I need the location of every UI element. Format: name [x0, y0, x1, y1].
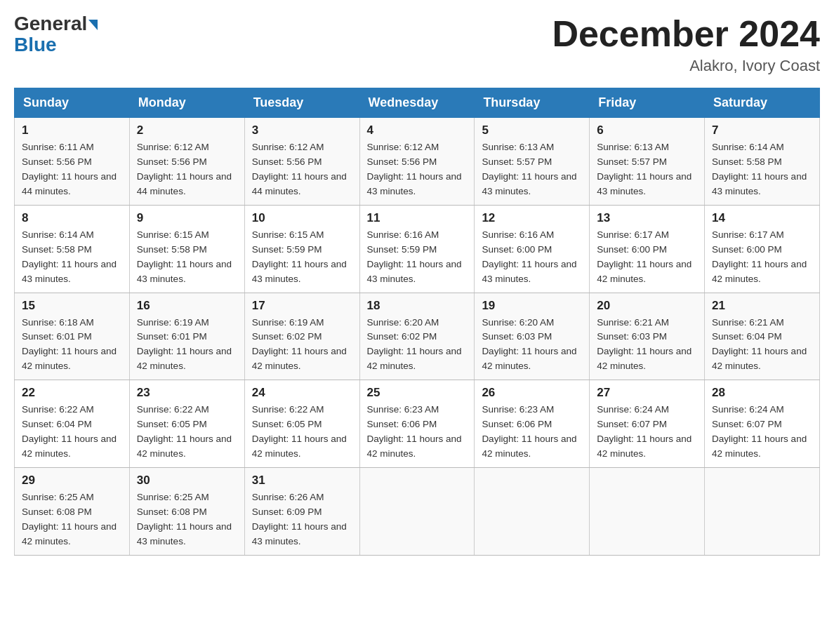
day-number: 5	[482, 123, 582, 137]
day-info: Sunrise: 6:12 AMSunset: 5:56 PMDaylight:…	[252, 140, 352, 199]
calendar-cell: 27Sunrise: 6:24 AMSunset: 6:07 PMDayligh…	[590, 380, 705, 468]
calendar-cell: 2Sunrise: 6:12 AMSunset: 5:56 PMDaylight…	[129, 118, 244, 206]
page-header: General Blue December 2024 Alakro, Ivory…	[14, 14, 820, 75]
day-info: Sunrise: 6:25 AMSunset: 6:08 PMDaylight:…	[137, 490, 237, 549]
day-number: 19	[482, 299, 582, 313]
calendar-cell: 29Sunrise: 6:25 AMSunset: 6:08 PMDayligh…	[15, 467, 130, 555]
day-info: Sunrise: 6:15 AMSunset: 5:58 PMDaylight:…	[137, 228, 237, 287]
weekday-header-sunday: Sunday	[15, 88, 130, 118]
day-info: Sunrise: 6:21 AMSunset: 6:03 PMDaylight:…	[597, 316, 697, 375]
day-info: Sunrise: 6:17 AMSunset: 6:00 PMDaylight:…	[597, 228, 697, 287]
calendar-cell: 25Sunrise: 6:23 AMSunset: 6:06 PMDayligh…	[359, 380, 475, 468]
calendar-week-row: 1Sunrise: 6:11 AMSunset: 5:56 PMDaylight…	[15, 118, 820, 206]
month-title: December 2024	[552, 14, 820, 54]
day-number: 16	[137, 299, 237, 313]
calendar-cell: 20Sunrise: 6:21 AMSunset: 6:03 PMDayligh…	[590, 293, 705, 380]
weekday-header-saturday: Saturday	[705, 88, 820, 118]
calendar-cell: 11Sunrise: 6:16 AMSunset: 5:59 PMDayligh…	[359, 205, 475, 293]
day-info: Sunrise: 6:23 AMSunset: 6:06 PMDaylight:…	[367, 403, 468, 462]
day-info: Sunrise: 6:12 AMSunset: 5:56 PMDaylight:…	[367, 140, 468, 199]
day-number: 15	[22, 299, 122, 313]
weekday-header-thursday: Thursday	[475, 88, 590, 118]
day-number: 9	[137, 211, 237, 225]
day-info: Sunrise: 6:24 AMSunset: 6:07 PMDaylight:…	[597, 403, 697, 462]
calendar-cell: 10Sunrise: 6:15 AMSunset: 5:59 PMDayligh…	[244, 205, 359, 293]
day-number: 12	[482, 211, 582, 225]
weekday-header-monday: Monday	[129, 88, 244, 118]
calendar-cell: 4Sunrise: 6:12 AMSunset: 5:56 PMDaylight…	[359, 118, 475, 206]
calendar-cell: 19Sunrise: 6:20 AMSunset: 6:03 PMDayligh…	[475, 293, 590, 380]
calendar-cell: 5Sunrise: 6:13 AMSunset: 5:57 PMDaylight…	[475, 118, 590, 206]
day-info: Sunrise: 6:20 AMSunset: 6:03 PMDaylight:…	[482, 316, 582, 375]
calendar-week-row: 29Sunrise: 6:25 AMSunset: 6:08 PMDayligh…	[15, 467, 820, 555]
calendar-cell: 23Sunrise: 6:22 AMSunset: 6:05 PMDayligh…	[129, 380, 244, 468]
calendar-cell: 18Sunrise: 6:20 AMSunset: 6:02 PMDayligh…	[359, 293, 475, 380]
day-number: 25	[367, 386, 468, 400]
day-info: Sunrise: 6:13 AMSunset: 5:57 PMDaylight:…	[597, 140, 697, 199]
day-number: 14	[712, 211, 812, 225]
calendar-cell: 22Sunrise: 6:22 AMSunset: 6:04 PMDayligh…	[15, 380, 130, 468]
day-number: 28	[712, 386, 812, 400]
day-number: 3	[252, 123, 352, 137]
day-number: 29	[22, 474, 122, 488]
title-block: December 2024 Alakro, Ivory Coast	[552, 14, 820, 75]
location-title: Alakro, Ivory Coast	[552, 57, 820, 75]
day-number: 23	[137, 386, 237, 400]
calendar-cell: 21Sunrise: 6:21 AMSunset: 6:04 PMDayligh…	[705, 293, 820, 380]
calendar-cell: 24Sunrise: 6:22 AMSunset: 6:05 PMDayligh…	[244, 380, 359, 468]
calendar-cell: 8Sunrise: 6:14 AMSunset: 5:58 PMDaylight…	[15, 205, 130, 293]
day-number: 30	[137, 474, 237, 488]
day-info: Sunrise: 6:13 AMSunset: 5:57 PMDaylight:…	[482, 140, 582, 199]
day-info: Sunrise: 6:23 AMSunset: 6:06 PMDaylight:…	[482, 403, 582, 462]
weekday-header-row: SundayMondayTuesdayWednesdayThursdayFrid…	[15, 88, 820, 118]
day-number: 2	[137, 123, 237, 137]
day-info: Sunrise: 6:14 AMSunset: 5:58 PMDaylight:…	[712, 140, 812, 199]
day-number: 17	[252, 299, 352, 313]
day-info: Sunrise: 6:24 AMSunset: 6:07 PMDaylight:…	[712, 403, 812, 462]
day-info: Sunrise: 6:20 AMSunset: 6:02 PMDaylight:…	[367, 316, 468, 375]
day-info: Sunrise: 6:11 AMSunset: 5:56 PMDaylight:…	[22, 140, 122, 199]
logo-blue: Blue	[14, 34, 57, 55]
weekday-header-wednesday: Wednesday	[359, 88, 475, 118]
calendar-cell: 16Sunrise: 6:19 AMSunset: 6:01 PMDayligh…	[129, 293, 244, 380]
day-number: 21	[712, 299, 812, 313]
day-number: 7	[712, 123, 812, 137]
calendar-cell: 30Sunrise: 6:25 AMSunset: 6:08 PMDayligh…	[129, 467, 244, 555]
calendar-week-row: 8Sunrise: 6:14 AMSunset: 5:58 PMDaylight…	[15, 205, 820, 293]
calendar-cell: 15Sunrise: 6:18 AMSunset: 6:01 PMDayligh…	[15, 293, 130, 380]
calendar-cell	[590, 467, 705, 555]
calendar-cell: 6Sunrise: 6:13 AMSunset: 5:57 PMDaylight…	[590, 118, 705, 206]
day-info: Sunrise: 6:26 AMSunset: 6:09 PMDaylight:…	[252, 490, 352, 549]
day-info: Sunrise: 6:17 AMSunset: 6:00 PMDaylight:…	[712, 228, 812, 287]
calendar-table: SundayMondayTuesdayWednesdayThursdayFrid…	[14, 88, 820, 555]
day-info: Sunrise: 6:21 AMSunset: 6:04 PMDaylight:…	[712, 316, 812, 375]
calendar-cell: 3Sunrise: 6:12 AMSunset: 5:56 PMDaylight…	[244, 118, 359, 206]
calendar-cell	[705, 467, 820, 555]
calendar-cell: 9Sunrise: 6:15 AMSunset: 5:58 PMDaylight…	[129, 205, 244, 293]
calendar-cell: 17Sunrise: 6:19 AMSunset: 6:02 PMDayligh…	[244, 293, 359, 380]
calendar-cell: 28Sunrise: 6:24 AMSunset: 6:07 PMDayligh…	[705, 380, 820, 468]
weekday-header-friday: Friday	[590, 88, 705, 118]
day-info: Sunrise: 6:25 AMSunset: 6:08 PMDaylight:…	[22, 490, 122, 549]
day-number: 22	[22, 386, 122, 400]
calendar-cell: 26Sunrise: 6:23 AMSunset: 6:06 PMDayligh…	[475, 380, 590, 468]
day-number: 6	[597, 123, 697, 137]
day-number: 10	[252, 211, 352, 225]
day-info: Sunrise: 6:12 AMSunset: 5:56 PMDaylight:…	[137, 140, 237, 199]
day-info: Sunrise: 6:22 AMSunset: 6:05 PMDaylight:…	[252, 403, 352, 462]
day-info: Sunrise: 6:22 AMSunset: 6:04 PMDaylight:…	[22, 403, 122, 462]
calendar-cell: 13Sunrise: 6:17 AMSunset: 6:00 PMDayligh…	[590, 205, 705, 293]
day-number: 27	[597, 386, 697, 400]
day-number: 1	[22, 123, 122, 137]
day-info: Sunrise: 6:22 AMSunset: 6:05 PMDaylight:…	[137, 403, 237, 462]
calendar-cell: 31Sunrise: 6:26 AMSunset: 6:09 PMDayligh…	[244, 467, 359, 555]
day-number: 13	[597, 211, 697, 225]
calendar-cell	[475, 467, 590, 555]
calendar-week-row: 22Sunrise: 6:22 AMSunset: 6:04 PMDayligh…	[15, 380, 820, 468]
day-number: 8	[22, 211, 122, 225]
calendar-cell: 7Sunrise: 6:14 AMSunset: 5:58 PMDaylight…	[705, 118, 820, 206]
calendar-cell: 1Sunrise: 6:11 AMSunset: 5:56 PMDaylight…	[15, 118, 130, 206]
day-info: Sunrise: 6:14 AMSunset: 5:58 PMDaylight:…	[22, 228, 122, 287]
day-number: 31	[252, 474, 352, 488]
day-number: 20	[597, 299, 697, 313]
